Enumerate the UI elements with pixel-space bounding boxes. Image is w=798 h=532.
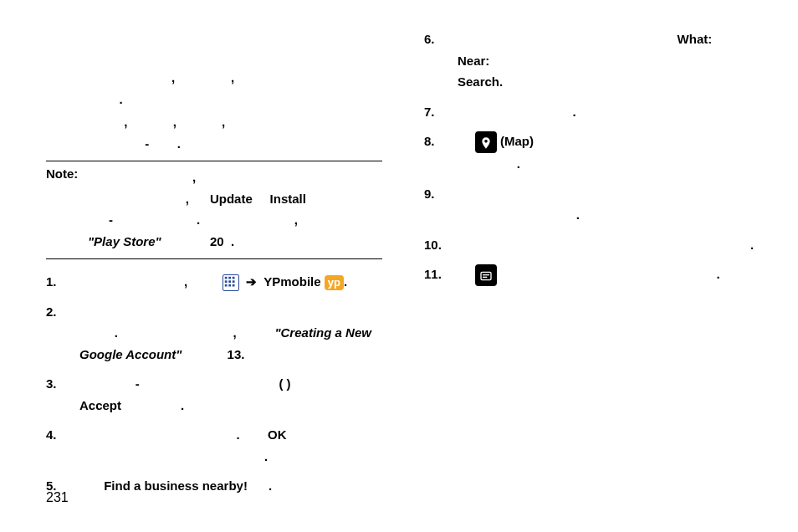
svg-rect-0 bbox=[225, 277, 228, 279]
map-label: (Map) bbox=[500, 134, 534, 148]
dash: - bbox=[109, 212, 113, 227]
dash: - bbox=[145, 136, 149, 151]
period: . bbox=[231, 234, 234, 248]
note-playstore-ref: "Play Store" bbox=[88, 234, 161, 248]
svg-rect-9 bbox=[481, 272, 491, 279]
period: . bbox=[499, 74, 503, 89]
svg-rect-2 bbox=[233, 277, 235, 279]
step-9: 9. . bbox=[424, 183, 760, 226]
step-number: 1. bbox=[46, 271, 79, 293]
period: . bbox=[344, 274, 347, 289]
comma: , bbox=[231, 70, 234, 84]
page-13: 13. bbox=[228, 347, 245, 361]
step-number: 11. bbox=[424, 263, 458, 286]
divider bbox=[46, 258, 382, 259]
intro-paragraph-2: , , , - . bbox=[79, 111, 382, 154]
step-number: 7. bbox=[424, 101, 458, 123]
ypmobile-label: YPmobile bbox=[263, 274, 320, 289]
dash: - bbox=[136, 376, 140, 391]
page-number: 231 bbox=[46, 490, 69, 505]
note-page20: 20 bbox=[210, 234, 224, 248]
find-business-label: Find a business nearby! bbox=[104, 478, 248, 493]
svg-rect-4 bbox=[228, 280, 231, 283]
what-label: What: bbox=[678, 32, 713, 46]
step-number: 9. bbox=[424, 183, 458, 226]
divider bbox=[46, 161, 382, 161]
step-1: 1. , ➔ YPmobile bbox=[46, 271, 382, 293]
svg-rect-8 bbox=[233, 284, 235, 287]
period: . bbox=[264, 449, 268, 463]
step-number: 2. bbox=[46, 301, 79, 366]
note-install: Install bbox=[270, 192, 306, 206]
steps-left: 1. , ➔ YPmobile bbox=[46, 271, 382, 497]
intro-paragraph: , , . bbox=[46, 25, 382, 110]
period: . bbox=[576, 207, 580, 222]
comma: , bbox=[124, 115, 127, 129]
ok-label: OK bbox=[268, 427, 287, 442]
accept-label: Accept bbox=[79, 398, 121, 412]
period: . bbox=[750, 238, 754, 252]
step-number: 4. bbox=[46, 424, 79, 467]
comma: , bbox=[222, 115, 225, 129]
step-10: 10. . bbox=[424, 234, 760, 256]
step-number: 10. bbox=[424, 234, 458, 256]
comma: , bbox=[173, 115, 176, 129]
period: . bbox=[573, 105, 576, 119]
comma: , bbox=[186, 192, 189, 206]
period: . bbox=[197, 212, 200, 227]
yp-badge-icon[interactable]: yp bbox=[325, 275, 344, 290]
svg-rect-1 bbox=[228, 277, 231, 279]
period: . bbox=[177, 136, 181, 151]
note-update: Update bbox=[210, 192, 253, 206]
parentheses: ( ) bbox=[279, 376, 290, 391]
step-4: 4. . OK . bbox=[46, 424, 382, 467]
period: . bbox=[269, 478, 272, 493]
step-number: 8. bbox=[424, 130, 458, 175]
comma: , bbox=[294, 212, 298, 227]
period: . bbox=[120, 92, 123, 106]
step-number: 3. bbox=[46, 373, 79, 416]
comma: , bbox=[171, 70, 175, 84]
step-number: 6. bbox=[424, 28, 458, 93]
near-label: Near: bbox=[458, 54, 489, 68]
steps-right: 6. What: Near: Search. 7. bbox=[424, 28, 760, 286]
svg-rect-6 bbox=[225, 284, 228, 287]
step-11: 11. . bbox=[424, 263, 760, 286]
step-6: 6. What: Near: Search. bbox=[424, 28, 760, 93]
step-3: 3. - ( ) Accept . bbox=[46, 373, 382, 416]
period: . bbox=[716, 267, 719, 281]
apps-grid-icon[interactable] bbox=[223, 274, 239, 291]
comma: , bbox=[192, 170, 196, 184]
step-7: 7. . bbox=[424, 101, 760, 123]
period: . bbox=[517, 156, 520, 171]
menu-icon[interactable] bbox=[475, 264, 497, 286]
step-2: 2. . , "Creating a New Google Account" 1… bbox=[46, 301, 382, 366]
note-block: Note: , , Update Install - . bbox=[46, 166, 382, 252]
arrow-right-icon: ➔ bbox=[246, 274, 257, 289]
period: . bbox=[181, 398, 184, 412]
search-label: Search bbox=[458, 74, 499, 89]
map-pin-icon[interactable] bbox=[475, 131, 497, 153]
svg-rect-3 bbox=[225, 280, 228, 283]
step-5: 5. Find a business nearby! . bbox=[46, 475, 382, 497]
period: . bbox=[237, 427, 240, 442]
note-label: Note: bbox=[46, 166, 83, 252]
step-8: 8. (Map) . bbox=[424, 130, 760, 175]
svg-rect-7 bbox=[228, 284, 231, 287]
svg-rect-5 bbox=[233, 280, 235, 283]
